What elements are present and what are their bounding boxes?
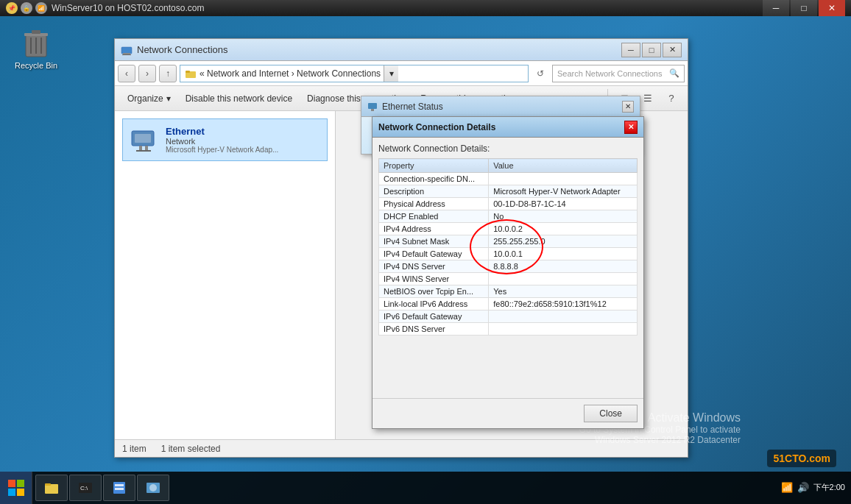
table-row: DescriptionMicrosoft Hyper-V Network Ada… bbox=[379, 185, 638, 198]
value-cell: 10.0.0.1 bbox=[489, 248, 638, 260]
search-box[interactable]: Search Network Connections 🔍 bbox=[552, 65, 685, 82]
value-cell bbox=[489, 323, 638, 336]
eth-status-title: Ethernet Status bbox=[382, 102, 443, 112]
refresh-button[interactable]: ↺ bbox=[532, 65, 549, 82]
address-field[interactable]: « Network and Internet › Network Connect… bbox=[180, 65, 529, 82]
network-icon: 📶 bbox=[781, 482, 793, 493]
organize-button[interactable]: Organize ▾ bbox=[121, 89, 177, 108]
value-cell: 00-1D-D8-B7-1C-14 bbox=[489, 198, 638, 210]
taskbar-extra[interactable] bbox=[137, 475, 169, 501]
value-cell: 10.0.0.2 bbox=[489, 223, 638, 235]
svg-rect-10 bbox=[186, 71, 190, 73]
rdp-titlebar-icons: 📌 🔒 📶 bbox=[6, 2, 47, 14]
disable-device-button[interactable]: Disable this network device bbox=[179, 89, 299, 108]
pin-icon[interactable]: 📌 bbox=[6, 2, 18, 14]
property-cell: Physical Address bbox=[379, 198, 489, 210]
svg-rect-7 bbox=[123, 53, 130, 54]
file-explorer-icon bbox=[44, 480, 59, 495]
adapter-name: Ethernet bbox=[166, 126, 321, 137]
value-cell bbox=[489, 173, 638, 185]
organize-arrow: ▾ bbox=[166, 93, 171, 104]
table-row: IPv4 Default Gateway10.0.0.1 bbox=[379, 248, 638, 260]
svg-rect-24 bbox=[115, 488, 124, 490]
table-row: IPv4 Address10.0.0.2 bbox=[379, 223, 638, 235]
clock: 下午2:00 bbox=[813, 482, 845, 493]
site-label: 51CTO.com bbox=[773, 452, 830, 464]
property-cell: IPv4 Subnet Mask bbox=[379, 235, 489, 248]
help-button[interactable]: ? bbox=[661, 89, 682, 108]
table-row: IPv4 Subnet Mask255.255.255.0 bbox=[379, 235, 638, 248]
taskbar-server-manager[interactable] bbox=[103, 475, 135, 501]
site-watermark: 51CTO.com bbox=[767, 450, 836, 467]
nc-minimize-button[interactable]: ─ bbox=[621, 43, 640, 57]
table-row: IPv4 DNS Server8.8.8.8 bbox=[379, 260, 638, 273]
svg-rect-19 bbox=[45, 483, 51, 486]
recycle-bin-icon bbox=[21, 26, 51, 58]
svg-rect-8 bbox=[122, 54, 131, 55]
rdp-titlebar: 📌 🔒 📶 WinServer10 on HOST02.contoso.com … bbox=[0, 0, 851, 16]
taskbar-file-explorer[interactable] bbox=[35, 475, 68, 501]
ncd-close-dialog-button[interactable]: Close bbox=[584, 405, 638, 422]
rdp-close-button[interactable]: ✕ bbox=[819, 0, 845, 16]
nc-titlebar-controls: ─ □ ✕ bbox=[621, 43, 682, 57]
ethernet-adapter[interactable]: Ethernet Network Microsoft Hyper-V Netwo… bbox=[122, 118, 328, 161]
search-placeholder: Search Network Connections bbox=[557, 69, 662, 78]
value-cell: 255.255.255.0 bbox=[489, 235, 638, 248]
adapter-status: Network bbox=[166, 137, 321, 146]
property-cell: IPv4 DNS Server bbox=[379, 260, 489, 273]
ncd-content: Network Connection Details: Property Val… bbox=[372, 138, 643, 398]
table-row: IPv6 DNS Server bbox=[379, 323, 638, 336]
control-panel-icon bbox=[146, 480, 160, 495]
value-cell: Microsoft Hyper-V Network Adapter bbox=[489, 185, 638, 198]
address-dropdown-button[interactable]: ▾ bbox=[384, 65, 398, 82]
lock-icon: 🔒 bbox=[21, 2, 32, 14]
property-cell: DHCP Enabled bbox=[379, 210, 489, 223]
rdp-minimize-button[interactable]: ─ bbox=[763, 0, 789, 16]
rdp-title: WinServer10 on HOST02.contoso.com bbox=[52, 3, 204, 13]
nc-adapter-pane: Ethernet Network Microsoft Hyper-V Netwo… bbox=[115, 111, 336, 439]
start-button[interactable] bbox=[0, 472, 32, 504]
nc-maximize-button[interactable]: □ bbox=[642, 43, 661, 57]
property-cell: Connection-specific DN... bbox=[379, 173, 489, 185]
eth-close-button[interactable]: ✕ bbox=[622, 101, 634, 113]
rdp-restore-button[interactable]: □ bbox=[791, 0, 817, 16]
ncd-table: Property Value Connection-specific DN...… bbox=[378, 158, 638, 336]
svg-text:C:\: C:\ bbox=[80, 485, 88, 491]
search-icon: 🔍 bbox=[669, 68, 679, 78]
adapter-description: Microsoft Hyper-V Network Adap... bbox=[166, 146, 298, 154]
property-cell: IPv6 Default Gateway bbox=[379, 310, 489, 323]
ncd-dialog: Network Connection Details ✕ Network Con… bbox=[372, 116, 644, 429]
ncd-close-button[interactable]: ✕ bbox=[624, 121, 638, 134]
svg-rect-15 bbox=[136, 150, 151, 152]
adapter-info: Ethernet Network Microsoft Hyper-V Netwo… bbox=[166, 126, 321, 154]
svg-rect-14 bbox=[145, 146, 148, 150]
rdp-controls: ─ □ ✕ bbox=[763, 0, 845, 16]
property-cell: Link-local IPv6 Address bbox=[379, 298, 489, 310]
value-cell: 8.8.8.8 bbox=[489, 260, 638, 273]
table-row: Link-local IPv6 Addressfe80::79e2:d658:5… bbox=[379, 298, 638, 310]
recycle-bin[interactable]: Recycle Bin bbox=[15, 26, 57, 70]
property-cell: IPv6 DNS Server bbox=[379, 323, 489, 336]
nc-close-button[interactable]: ✕ bbox=[663, 43, 682, 57]
svg-rect-12 bbox=[135, 134, 151, 143]
network-icon bbox=[367, 102, 378, 112]
table-row: IPv6 Default Gateway bbox=[379, 310, 638, 323]
nc-titlebar-left: Network Connections bbox=[121, 44, 228, 56]
ncd-title: Network Connection Details bbox=[378, 122, 495, 132]
svg-rect-16 bbox=[368, 103, 377, 109]
nc-window-icon bbox=[121, 44, 133, 56]
back-button[interactable]: ‹ bbox=[118, 65, 135, 82]
svg-rect-13 bbox=[139, 146, 142, 150]
svg-rect-23 bbox=[115, 484, 124, 486]
ncd-section-label: Network Connection Details: bbox=[378, 143, 638, 154]
table-row: IPv4 WINS Server bbox=[379, 273, 638, 285]
col-value: Value bbox=[489, 159, 638, 173]
ethernet-icon bbox=[129, 125, 158, 155]
forward-button[interactable]: › bbox=[138, 65, 156, 82]
eth-title-left: Ethernet Status bbox=[367, 102, 443, 112]
taskbar-cmd[interactable]: C:\ bbox=[69, 475, 102, 501]
nc-statusbar: 1 item 1 item selected bbox=[115, 439, 688, 457]
up-button[interactable]: ↑ bbox=[159, 65, 177, 82]
view-list-button[interactable]: ☰ bbox=[638, 89, 658, 108]
taskbar: C:\ 📶 🔊 下午2:00 bbox=[0, 472, 851, 504]
